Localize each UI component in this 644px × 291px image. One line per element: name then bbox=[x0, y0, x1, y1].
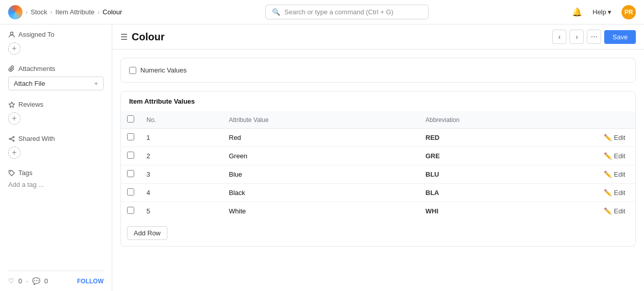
next-button[interactable]: › bbox=[569, 30, 584, 44]
edit-icon: ✏️ bbox=[604, 207, 612, 215]
breadcrumb-stock[interactable]: Stock bbox=[31, 8, 47, 16]
add-row-button[interactable]: Add Row bbox=[127, 226, 167, 240]
breadcrumb-sep-1: › bbox=[26, 9, 28, 16]
add-tag-label[interactable]: Add a tag ... bbox=[8, 181, 44, 188]
breadcrumb-item-attribute[interactable]: Item Attribute bbox=[56, 8, 95, 16]
table-header: No. Attribute Value Abbreviation bbox=[121, 111, 635, 129]
search-placeholder: Search or type a command (Ctrl + G) bbox=[284, 8, 393, 16]
numeric-values-label[interactable]: Numeric Values bbox=[140, 66, 187, 74]
table-row: 5 White WHI ✏️ Edit bbox=[121, 202, 635, 221]
row-checkbox[interactable] bbox=[127, 207, 134, 214]
shared-with-label: Shared With bbox=[18, 135, 55, 142]
topnav-right: 🔔 Help ▾ PR bbox=[572, 5, 636, 19]
assigned-to-header: Assigned To bbox=[8, 31, 104, 38]
page-header: ☰ Colour ‹ › ··· Save bbox=[112, 25, 644, 50]
row-checkbox[interactable] bbox=[127, 152, 134, 159]
help-button[interactable]: Help ▾ bbox=[588, 6, 615, 18]
row-abbreviation: WHI bbox=[419, 202, 595, 221]
breadcrumb-sep-3: › bbox=[97, 9, 100, 16]
attachments-header: Attachments bbox=[8, 65, 104, 72]
row-checkbox[interactable] bbox=[127, 170, 134, 177]
edit-icon: ✏️ bbox=[604, 171, 612, 178]
page-header-right: ‹ › ··· Save bbox=[552, 30, 636, 44]
row-abbreviation: GRE bbox=[419, 147, 595, 165]
tag-icon bbox=[8, 169, 15, 177]
top-navigation: › Stock › Item Attribute › Colour 🔍 Sear… bbox=[0, 0, 644, 25]
attach-file-label: Attach File bbox=[14, 80, 45, 87]
add-assigned-to-button[interactable]: + bbox=[8, 42, 20, 55]
comments-count: 0 bbox=[44, 277, 48, 285]
reviews-label: Reviews bbox=[18, 101, 43, 108]
edit-button[interactable]: ✏️ Edit bbox=[601, 206, 628, 216]
user-icon bbox=[8, 31, 15, 38]
add-shared-with-button[interactable]: + bbox=[8, 147, 20, 159]
tags-section: Tags Add a tag ... bbox=[8, 169, 104, 188]
menu-toggle-button[interactable]: ☰ bbox=[120, 32, 128, 42]
row-no: 4 bbox=[140, 184, 223, 202]
edit-button[interactable]: ✏️ Edit bbox=[601, 169, 628, 179]
svg-point-0 bbox=[10, 32, 13, 34]
star-icon bbox=[8, 101, 15, 108]
numeric-values-checkbox[interactable] bbox=[129, 67, 136, 74]
search-bar[interactable]: 🔍 Search or type a command (Ctrl + G) bbox=[265, 5, 429, 19]
attach-plus-icon: + bbox=[94, 80, 98, 87]
col-attribute-value: Attribute Value bbox=[223, 111, 419, 129]
table-body: 1 Red RED ✏️ Edit 2 Green GRE ✏️ Edit 3 … bbox=[121, 129, 635, 221]
row-checkbox[interactable] bbox=[127, 133, 134, 140]
assigned-to-section: Assigned To + bbox=[8, 31, 104, 55]
row-checkbox[interactable] bbox=[127, 188, 134, 196]
right-column: ☰ Colour ‹ › ··· Save Numeric Values Ite… bbox=[112, 25, 644, 291]
table-row: 3 Blue BLU ✏️ Edit bbox=[121, 165, 635, 184]
col-abbreviation: Abbreviation bbox=[419, 111, 595, 129]
breadcrumb-sep-2: › bbox=[51, 9, 53, 16]
edit-button[interactable]: ✏️ Edit bbox=[601, 133, 628, 142]
row-abbreviation: BLA bbox=[419, 184, 595, 202]
add-review-button[interactable]: + bbox=[8, 112, 20, 125]
likes-count: 0 bbox=[18, 277, 22, 285]
table-card-title: Item Attribute Values bbox=[121, 91, 635, 111]
edit-button[interactable]: ✏️ Edit bbox=[601, 188, 628, 198]
follow-button[interactable]: FOLLOW bbox=[77, 278, 104, 285]
edit-icon: ✏️ bbox=[604, 152, 612, 160]
row-no: 5 bbox=[140, 202, 223, 221]
attachments-label: Attachments bbox=[18, 65, 55, 72]
search-icon: 🔍 bbox=[272, 8, 280, 16]
edit-icon: ✏️ bbox=[604, 134, 612, 141]
page-header-left: ☰ Colour bbox=[120, 31, 164, 43]
select-all-checkbox[interactable] bbox=[127, 115, 134, 123]
edit-icon: ✏️ bbox=[604, 189, 612, 197]
separator: · bbox=[26, 277, 28, 285]
prev-button[interactable]: ‹ bbox=[552, 30, 566, 44]
content-area: Numeric Values Item Attribute Values No.… bbox=[112, 50, 644, 291]
sidebar: Assigned To + Attachments Attach File + … bbox=[0, 25, 112, 291]
col-no: No. bbox=[140, 111, 223, 129]
more-options-button[interactable]: ··· bbox=[587, 30, 601, 44]
item-attribute-values-table-card: Item Attribute Values No. Attribute Valu… bbox=[120, 91, 636, 247]
search-area: 🔍 Search or type a command (Ctrl + G) bbox=[122, 5, 572, 19]
comment-icon: 💬 bbox=[32, 277, 40, 285]
svg-marker-1 bbox=[9, 102, 15, 107]
table-row: 2 Green GRE ✏️ Edit bbox=[121, 147, 635, 165]
svg-point-5 bbox=[10, 171, 11, 172]
breadcrumb-area: › Stock › Item Attribute › Colour bbox=[8, 5, 122, 19]
reviews-header: Reviews bbox=[8, 101, 104, 108]
breadcrumb-colour: Colour bbox=[103, 8, 122, 16]
tags-label: Tags bbox=[18, 169, 32, 177]
edit-button[interactable]: ✏️ Edit bbox=[601, 151, 628, 161]
svg-point-2 bbox=[13, 136, 14, 138]
table-row: 4 Black BLA ✏️ Edit bbox=[121, 184, 635, 202]
app-logo[interactable] bbox=[8, 5, 22, 19]
assigned-to-label: Assigned To bbox=[18, 31, 55, 38]
avatar[interactable]: PR bbox=[622, 5, 636, 19]
save-button[interactable]: Save bbox=[604, 30, 636, 44]
reviews-section: Reviews + bbox=[8, 101, 104, 125]
numeric-values-card: Numeric Values bbox=[120, 58, 636, 83]
attach-file-button[interactable]: Attach File + bbox=[8, 77, 104, 90]
share-icon bbox=[8, 135, 15, 142]
help-label: Help bbox=[592, 8, 606, 16]
main-layout: Assigned To + Attachments Attach File + … bbox=[0, 25, 644, 291]
notification-icon[interactable]: 🔔 bbox=[572, 7, 582, 17]
svg-point-4 bbox=[13, 140, 14, 141]
row-no: 1 bbox=[140, 129, 223, 147]
attribute-values-table: No. Attribute Value Abbreviation 1 Red R… bbox=[121, 111, 635, 220]
